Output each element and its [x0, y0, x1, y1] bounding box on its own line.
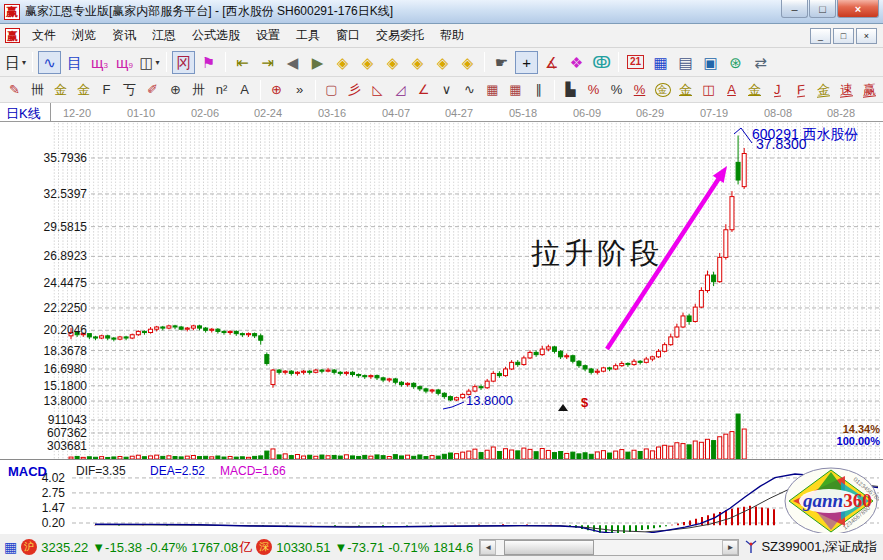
gold-angle-icon[interactable]: 金: [813, 79, 834, 100]
hand-tool-icon[interactable]: ☛: [490, 51, 513, 74]
circle-grid-icon[interactable]: ⊕: [165, 79, 186, 100]
polygon-tool-icon[interactable]: ❖: [565, 51, 588, 74]
percent-line-icon[interactable]: %: [629, 79, 650, 100]
w-wave-icon[interactable]: ∿: [459, 79, 480, 100]
target-tool-icon[interactable]: ⊕: [266, 79, 287, 100]
n2-grid-icon[interactable]: n²: [211, 79, 232, 100]
fan-box-2-icon[interactable]: ◿: [390, 79, 411, 100]
kline-period-icon[interactable]: 日▾: [4, 51, 27, 74]
info-board-icon[interactable]: 目: [63, 51, 86, 74]
gold-lines-icon[interactable]: 金: [675, 79, 696, 100]
scribble-tool-icon[interactable]: ↂ: [590, 51, 613, 74]
candle-brush-icon[interactable]: ◫: [698, 79, 719, 100]
menu-item-6[interactable]: 工具: [288, 24, 328, 47]
hist-tool-icon[interactable]: ▙: [560, 79, 581, 100]
web-link-icon[interactable]: ⊛: [724, 51, 747, 74]
shift-right-icon[interactable]: ◈: [356, 51, 379, 74]
data-transfer-icon[interactable]: ⇄: [749, 51, 772, 74]
close-button[interactable]: ×: [837, 0, 879, 18]
title-bar: 赢 赢家江恩专业版[赢家内部服务平台] - [西水股份 SH600291-176…: [0, 0, 883, 24]
draw-brush-icon[interactable]: ✎: [4, 79, 25, 100]
shanghai-badge-icon[interactable]: 沪: [21, 539, 37, 555]
bars-3-icon[interactable]: щ3: [88, 51, 111, 74]
dollar-marker: $: [581, 395, 588, 410]
kline-chart-canvas[interactable]: [0, 103, 883, 533]
gann-grid-icon[interactable]: 卌: [27, 79, 48, 100]
menu-item-7[interactable]: 窗口: [328, 24, 368, 47]
gann-grid-mode-icon[interactable]: 冈: [172, 51, 195, 74]
minimize-button[interactable]: –: [781, 0, 808, 18]
a-wave-icon[interactable]: A: [721, 79, 742, 100]
notes-icon[interactable]: ▤: [674, 51, 697, 74]
maximize-button[interactable]: □: [809, 0, 836, 18]
chart-panel[interactable]: 日K线 12-2001-1002-0602-2403-1604-0704-270…: [0, 103, 883, 533]
child-minimize-button[interactable]: _: [810, 28, 831, 44]
bars-9-icon[interactable]: щ9: [113, 51, 136, 74]
red-grid-2-icon[interactable]: ▦: [505, 79, 526, 100]
menu-item-9[interactable]: 帮助: [432, 24, 472, 47]
menu-item-2[interactable]: 资讯: [104, 24, 144, 47]
child-close-button[interactable]: ×: [856, 28, 877, 44]
menu-item-5[interactable]: 设置: [248, 24, 288, 47]
goto-first-icon[interactable]: ⇤: [231, 51, 254, 74]
color-flag-icon[interactable]: ⚑: [197, 51, 220, 74]
menu-item-8[interactable]: 交易委托: [368, 24, 432, 47]
menu-item-0[interactable]: 文件: [24, 24, 64, 47]
f-angle-icon[interactable]: F: [790, 79, 811, 100]
more-tools-icon[interactable]: »: [289, 79, 310, 100]
ying-angle-icon[interactable]: 赢: [859, 79, 880, 100]
expand-all-icon[interactable]: ◈: [456, 51, 479, 74]
gold-underline-icon[interactable]: 金: [744, 79, 765, 100]
chart-wave-icon[interactable]: ∿: [38, 51, 61, 74]
quote-table-icon[interactable]: ▦: [4, 539, 17, 555]
scroll-left-arrow[interactable]: ◄: [480, 540, 496, 555]
gold-square-icon[interactable]: 金: [50, 79, 71, 100]
a-curve-icon[interactable]: A: [234, 79, 255, 100]
scroll-right-arrow[interactable]: ►: [722, 540, 738, 555]
su-angle-icon[interactable]: 速: [836, 79, 857, 100]
current-symbol-label[interactable]: SZ399001,深证成指: [761, 538, 879, 556]
compress-horizontal-icon[interactable]: ◈: [406, 51, 429, 74]
price-tick: 32.5397: [0, 187, 87, 201]
menu-item-1[interactable]: 浏览: [64, 24, 104, 47]
toolbar-separator: [484, 52, 485, 72]
compress-all-icon[interactable]: ◈: [431, 51, 454, 74]
red-brush-icon[interactable]: ✐: [142, 79, 163, 100]
shift-left-icon[interactable]: ◈: [331, 51, 354, 74]
f-grid-icon[interactable]: F: [96, 79, 117, 100]
goto-last-icon[interactable]: ⇥: [256, 51, 279, 74]
angle-tool-icon[interactable]: ∡: [540, 51, 563, 74]
red-grid-icon[interactable]: ▦: [482, 79, 503, 100]
j-angle-icon[interactable]: J: [767, 79, 788, 100]
scroll-thumb[interactable]: [504, 540, 594, 555]
candle-type-icon[interactable]: ◫▾: [138, 51, 161, 74]
toolbar-separator: [315, 80, 316, 100]
plain-grid-icon[interactable]: 卅: [188, 79, 209, 100]
menu-item-4[interactable]: 公式选股: [184, 24, 248, 47]
percent-icon[interactable]: %: [606, 79, 627, 100]
five-grid-icon[interactable]: 丂: [119, 79, 140, 100]
expand-horizontal-icon[interactable]: ◈: [381, 51, 404, 74]
fan-lines-icon[interactable]: 彡: [344, 79, 365, 100]
shenzhen-badge-icon[interactable]: 深: [256, 539, 272, 555]
save-icon[interactable]: ▣: [699, 51, 722, 74]
fan-box-icon[interactable]: ◺: [367, 79, 388, 100]
angle-lines-icon[interactable]: ∠: [413, 79, 434, 100]
calendar-icon[interactable]: 21: [624, 51, 647, 74]
svg-text:gann360: gann360: [802, 490, 872, 511]
date-tick: 06-29: [630, 107, 670, 119]
v-wave-icon[interactable]: ∨: [436, 79, 457, 100]
gold-circle-icon[interactable]: 金: [652, 79, 673, 100]
scroll-track[interactable]: [496, 540, 722, 555]
menu-item-3[interactable]: 江恩: [144, 24, 184, 47]
horizontal-scrollbar[interactable]: ◄ ►: [479, 539, 739, 556]
page-right-icon[interactable]: ▶: [306, 51, 329, 74]
gold-square-2-icon[interactable]: 金: [73, 79, 94, 100]
box-tool-icon[interactable]: ▢: [321, 79, 342, 100]
crosshair-tool-icon[interactable]: +: [515, 51, 538, 74]
parallel-lines-icon[interactable]: ∥: [528, 79, 549, 100]
calculator-icon[interactable]: ▦: [649, 51, 672, 74]
page-left-icon[interactable]: ◀: [281, 51, 304, 74]
child-restore-button[interactable]: □: [833, 28, 854, 44]
x-percent-icon[interactable]: %: [583, 79, 604, 100]
